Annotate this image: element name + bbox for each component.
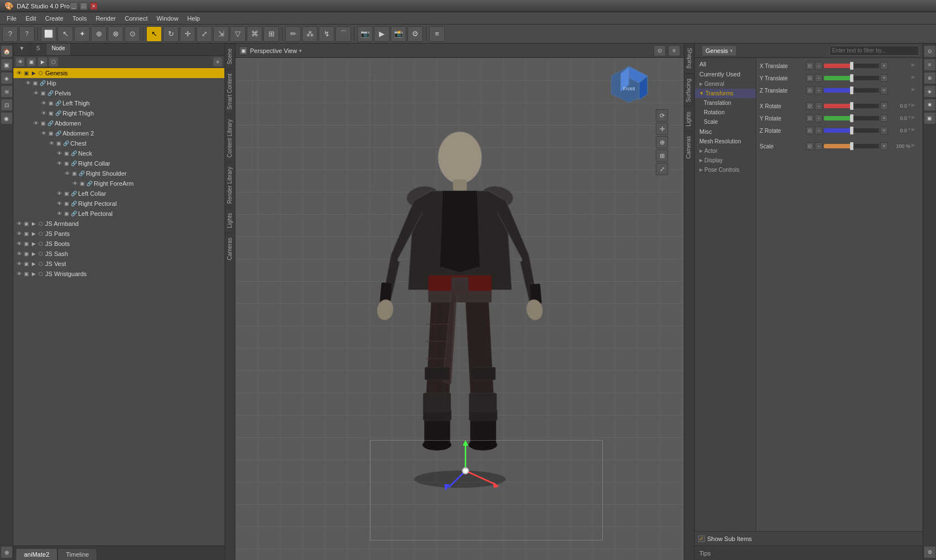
perspective-cube[interactable]: Front [608,64,650,105]
viewport-canvas[interactable]: Front ⟳ ✛ ⊕ ⊞ ⤢ [236,58,684,560]
param-expand-y-rotate[interactable]: ▶ [911,114,919,122]
params-filter-input[interactable] [829,46,919,56]
param-minus-scale[interactable]: − [815,142,823,150]
vp-nav-orbit[interactable]: ⟳ [656,109,668,122]
tree-item-abdomen[interactable]: 👁 ▣ 🔗 Abdomen [13,118,224,128]
tree-item-right-pectoral[interactable]: 👁 ▣ 🔗 Right Pectoral [13,199,224,209]
menu-tools[interactable]: Tools [68,14,92,23]
params-nav-translation[interactable]: Translation [695,98,756,108]
strip-btn-6[interactable]: ◉ [1,113,12,124]
minimize-button[interactable]: _ [70,2,78,10]
side-tab-content-library[interactable]: Content Library [225,114,235,162]
param-expand-x-translate[interactable]: ▶ [911,62,919,70]
param-expand-x-rotate[interactable]: ▶ [911,102,919,110]
toolbar-btn-paint[interactable]: ✏ [285,26,301,42]
toolbar-btn-scene[interactable]: ⬜ [41,26,56,42]
scene-node-icon[interactable]: ⬡ [49,57,58,66]
toolbar-btn-filter[interactable]: ▽ [230,26,246,42]
strip-btn-1[interactable]: 🏠 [1,46,12,57]
param-plus-x-rotate[interactable]: + [880,102,888,110]
toolbar-btn-transform[interactable]: ⇲ [213,26,229,42]
param-minus-x-rotate[interactable]: − [815,102,823,110]
param-plus-scale[interactable]: + [880,142,888,150]
params-nav-actor[interactable]: ▶ Actor [695,146,756,156]
params-nav-misc[interactable]: Misc [695,127,756,137]
toolbar-btn-bend[interactable]: ⌒ [335,26,351,42]
params-nav-rotation[interactable]: Rotation [695,108,756,117]
toolbar-btn-tool4[interactable]: ⊙ [124,26,140,42]
toolbar-btn-move[interactable]: ✛ [180,26,195,42]
param-minus-x-translate[interactable]: − [815,62,823,70]
right-strip-btn-3[interactable]: ⊕ [924,73,935,84]
toolbar-btn-arrow[interactable]: ↖ [146,26,162,42]
toolbar-btn-tool2[interactable]: ⊕ [91,26,107,42]
toolbar-btn-select[interactable]: ↖ [57,26,73,42]
tree-item-right-thigh[interactable]: 👁 ▣ 🔗 Right Thigh [13,108,224,118]
close-button[interactable]: ✕ [90,2,98,10]
strip-btn-4[interactable]: ≋ [1,86,12,97]
tab-animate2[interactable]: aniMate2 [16,548,57,560]
vp-nav-zoom[interactable]: ⊕ [656,136,668,148]
param-slider-x-rotate[interactable] [824,104,879,108]
param-slider-z-translate[interactable] [824,88,879,93]
scene-tab-s[interactable]: S [31,44,46,55]
menu-create[interactable]: Create [41,14,68,23]
side-tab-render-library[interactable]: Render Library [225,162,235,208]
toolbar-btn-brush[interactable]: ⊞ [263,26,279,42]
side-tab-smart-content[interactable]: Smart Content [225,69,235,114]
side-right-tab-surfacing[interactable]: Surfacing [684,74,694,107]
tree-item-genesis[interactable]: 👁 ▣ ▶ ⬡ Genesis [13,68,224,78]
vp-nav-fullscreen[interactable]: ⤢ [656,163,668,175]
scene-mesh-icon[interactable]: ▣ [27,57,36,66]
param-reset-y-rotate[interactable]: ⊙ [806,114,814,122]
param-slider-scale[interactable] [824,144,879,148]
tab-timeline[interactable]: Timeline [57,548,97,560]
right-strip-btn-1[interactable]: ⊙ [924,46,935,57]
param-expand-z-translate[interactable]: ▶ [911,86,919,94]
side-tab-scene[interactable]: Scene [225,44,235,69]
params-nav-transforms[interactable]: ▼ Transforms [695,89,756,98]
param-minus-z-translate[interactable]: − [815,86,823,94]
strip-btn-7[interactable]: ⊕ [1,547,12,558]
param-expand-scale[interactable]: ▶ [911,142,919,150]
scene-tab-node[interactable]: Node [46,44,71,55]
tree-item-left-collar[interactable]: 👁 ▣ 🔗 Left Collar [13,189,224,199]
vp-btn-options[interactable]: ≡ [668,45,680,56]
strip-btn-3[interactable]: ◈ [1,73,12,84]
tree-item-right-forearm[interactable]: 👁 ▣ 🔗 Right ForeArm [13,178,224,189]
menu-connect[interactable]: Connect [121,14,152,23]
right-strip-btn-6[interactable]: ▣ [924,113,935,124]
toolbar-btn-render[interactable]: ▶ [374,26,390,42]
menu-help[interactable]: Help [183,14,205,23]
toolbar-btn-tool3[interactable]: ⊗ [108,26,123,42]
viewport-dropdown-arrow[interactable]: ▾ [299,48,302,54]
tree-item-js-armband[interactable]: 👁 ▣ ▶ ⬡ JS Armband [13,219,224,229]
toolbar-btn-params[interactable]: ≡ [429,26,445,42]
tree-item-js-pants[interactable]: 👁 ▣ ▶ ⬡ JS Pants [13,229,224,239]
param-reset-z-rotate[interactable]: ⊙ [806,127,814,134]
toolbar-btn-cam[interactable]: 📷 [357,26,373,42]
toolbar-btn-photo[interactable]: 📸 [391,26,406,42]
tree-item-js-wristguards[interactable]: 👁 ▣ ▶ ⬡ JS Wristguards [13,269,224,279]
tree-item-right-shoulder[interactable]: 👁 ▣ 🔗 Right Shoulder [13,168,224,178]
params-nav-scale[interactable]: Scale [695,117,756,127]
tree-item-js-sash[interactable]: 👁 ▣ ▶ ⬡ JS Sash [13,249,224,259]
param-plus-y-rotate[interactable]: + [880,114,888,122]
params-nav-general[interactable]: ▶ General [695,79,756,89]
toolbar-btn-smooth[interactable]: ⁂ [302,26,318,42]
param-minus-y-rotate[interactable]: − [815,114,823,122]
menu-render[interactable]: Render [91,14,120,23]
toolbar-btn-magnet[interactable]: ⌘ [247,26,262,42]
tree-item-abdomen2[interactable]: 👁 ▣ 🔗 Abdomen 2 [13,128,224,138]
strip-btn-5[interactable]: ⊡ [1,99,12,110]
maximize-button[interactable]: □ [80,2,88,10]
strip-btn-2[interactable]: ▣ [1,59,12,70]
vp-nav-pan[interactable]: ✛ [656,123,668,135]
param-slider-y-rotate[interactable] [824,116,879,120]
side-right-tab-lights[interactable]: Lights [684,107,694,131]
params-nav-mesh-resolution[interactable]: Mesh Resolution [695,137,756,146]
menu-edit[interactable]: Edit [21,14,41,23]
toolbar-btn-tool1[interactable]: ✦ [74,26,90,42]
toolbar-btn-twist[interactable]: ↯ [319,26,334,42]
menu-window[interactable]: Window [152,14,183,23]
